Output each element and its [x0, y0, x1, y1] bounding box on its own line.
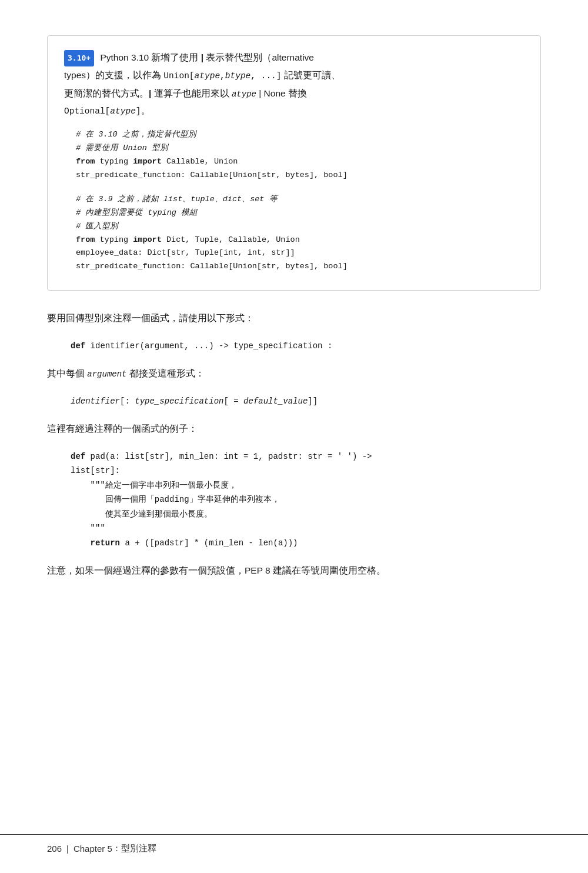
code-line: # 需要使用 Union 型別	[76, 142, 524, 155]
code-section-3: def pad(a: list[str], min_len: int = 1, …	[71, 449, 541, 551]
paragraph-2: 其中每個 argument 都接受這種形式：	[47, 365, 541, 382]
code-line: # 在 3.9 之前，諸如 list、tuple、dict、set 等	[76, 193, 524, 206]
code-section-2: identifier[: type_specification[ = defau…	[71, 394, 541, 409]
chapter-colon: ：	[112, 843, 121, 854]
code-line: employee_data: Dict[str, Tuple[int, int,…	[76, 246, 524, 260]
chapter-number: 5	[105, 844, 112, 854]
code-line: 回傳一個用「padding」字串延伸的串列複本，	[71, 492, 541, 507]
info-box: 3.10+ Python 3.10 新增了使用 | 表示替代型別（alterna…	[47, 35, 541, 291]
info-box-paragraph-4: Optional[atype]。	[64, 102, 524, 120]
code-line: # 內建型別需要從 typing 模組	[76, 206, 524, 220]
code-line: from typing import Callable, Union	[76, 155, 524, 169]
code-line: # 匯入型別	[76, 220, 524, 234]
paragraph-3: 這裡有經過注釋的一個函式的例子：	[47, 420, 541, 437]
code-line: """	[71, 521, 541, 536]
code-section-1: def identifier(argument, ...) -> type_sp…	[71, 339, 541, 354]
code-line: str_predicate_function: Callable[Union[s…	[76, 260, 524, 274]
code-line: identifier[: type_specification[ = defau…	[71, 394, 541, 409]
page-number: 206	[47, 844, 62, 854]
code-line: 使其至少達到那個最小長度。	[71, 507, 541, 522]
code-line: """給定一個字串串列和一個最小長度，	[71, 478, 541, 493]
paragraph-1: 要用回傳型別來注釋一個函式，請使用以下形式：	[47, 309, 541, 326]
paragraph-4: 注意，如果一個經過注釋的參數有一個預設值，PEP 8 建議在等號周圍使用空格。	[47, 562, 541, 579]
code-line: from typing import Dict, Tuple, Callable…	[76, 234, 524, 247]
footer: 206 | Chapter 5 ： 型別注釋	[0, 834, 588, 854]
code-line: return a + ([padstr] * (min_len - len(a)…	[71, 536, 541, 551]
code-line: def pad(a: list[str], min_len: int = 1, …	[71, 449, 541, 464]
footer-separator: |	[66, 844, 69, 854]
chapter-label: Chapter	[74, 844, 105, 854]
info-box-paragraph-2: types）的支援，以作為 Union[atype,btype, ...] 記號…	[64, 66, 524, 85]
page: 3.10+ Python 3.10 新增了使用 | 表示替代型別（alterna…	[0, 0, 588, 873]
code-line: str_predicate_function: Callable[Union[s…	[76, 169, 524, 182]
code-line: # 在 3.10 之前，指定替代型別	[76, 128, 524, 142]
info-box-paragraph-1: 3.10+ Python 3.10 新增了使用 | 表示替代型別（alterna…	[64, 49, 524, 66]
code-block-1: # 在 3.10 之前，指定替代型別 # 需要使用 Union 型別 from …	[76, 128, 524, 182]
code-block-2: # 在 3.9 之前，諸如 list、tuple、dict、set 等 # 內建…	[76, 193, 524, 274]
code-line: def identifier(argument, ...) -> type_sp…	[71, 339, 541, 354]
chapter-title: 型別注釋	[121, 843, 156, 854]
code-line: list[str]:	[71, 464, 541, 478]
version-badge: 3.10+	[64, 50, 94, 67]
info-box-paragraph-3: 更簡潔的替代方式。| 運算子也能用來以 atype | None 替換	[64, 85, 524, 102]
